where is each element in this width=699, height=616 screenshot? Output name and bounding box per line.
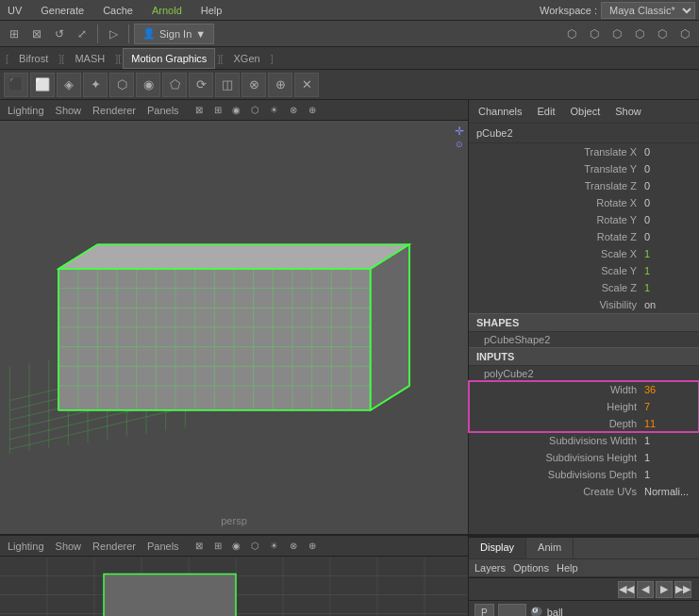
tool-render[interactable]: ⬡ <box>607 24 627 44</box>
channel-visibility[interactable]: Visibility on <box>469 296 699 313</box>
shelf-icon-3[interactable]: ◈ <box>57 73 81 97</box>
shelf-icon-8[interactable]: ⟳ <box>189 73 213 97</box>
ch-btn-edit[interactable]: Edit <box>533 104 558 119</box>
bottom-vp-show[interactable]: Show <box>52 540 86 553</box>
ch-btn-show[interactable]: Show <box>611 104 645 119</box>
poly-width-row[interactable]: Width 36 <box>469 381 699 398</box>
channel-rows: Translate X 0 Translate Y 0 Translate Z … <box>469 143 699 313</box>
vp-icon-3[interactable]: ◉ <box>228 102 245 119</box>
bvp-icon-6[interactable]: ⊗ <box>285 538 302 555</box>
channel-rotate-x[interactable]: Rotate X 0 <box>469 194 699 211</box>
bvp-icon-3[interactable]: ◉ <box>228 538 245 555</box>
ch-btn-channels[interactable]: Channels <box>474 104 525 119</box>
nav-skip-back[interactable]: ◀◀ <box>618 581 635 598</box>
display-btn-layers[interactable]: Layers <box>474 562 506 574</box>
bottom-vp-renderer[interactable]: Renderer <box>89 540 140 553</box>
nav-forward[interactable]: ▶ <box>656 581 673 598</box>
channel-rotate-y[interactable]: Rotate Y 0 <box>469 211 699 228</box>
channel-translate-y[interactable]: Translate Y 0 <box>469 160 699 177</box>
tool-move[interactable]: ⊠ <box>26 24 47 44</box>
ch-label-sz: Scale Z <box>476 282 644 293</box>
poly-depth-row[interactable]: Depth 11 <box>469 415 699 432</box>
bottom-vp-lighting[interactable]: Lighting <box>4 540 48 553</box>
ch-value-ry: 0 <box>644 214 691 225</box>
channel-scale-z[interactable]: Scale Z 1 <box>469 279 699 296</box>
display-btn-options[interactable]: Options <box>513 562 549 574</box>
channel-scale-y[interactable]: Scale Y 1 <box>469 262 699 279</box>
shelf-icon-5[interactable]: ⬡ <box>109 73 134 97</box>
shelf-icon-4[interactable]: ✦ <box>83 73 108 97</box>
menu-cache[interactable]: Cache <box>99 3 137 18</box>
vp-icon-1[interactable]: ⊠ <box>191 102 208 119</box>
workspace-dropdown[interactable]: Maya Classic* <box>601 2 695 19</box>
shelf-icon-12[interactable]: ✕ <box>294 73 319 97</box>
tool-extra2[interactable]: ⬡ <box>652 24 673 44</box>
poly-createuvs-value: Normali... <box>644 486 691 497</box>
menu-arnold[interactable]: Arnold <box>148 3 186 18</box>
tool-lights[interactable]: ⬡ <box>584 24 605 44</box>
vp-icon-4[interactable]: ⬡ <box>247 102 264 119</box>
bvp-icon-2[interactable]: ⊞ <box>209 538 226 555</box>
sign-in-button[interactable]: 👤 Sign In ▼ <box>134 24 214 44</box>
poly-subdiv-depth-row[interactable]: Subdivisions Depth 1 <box>469 466 699 483</box>
shelf-icon-2[interactable]: ⬜ <box>30 73 55 97</box>
display-btn-help[interactable]: Help <box>557 562 578 574</box>
tab-xgen[interactable]: XGen <box>225 48 269 69</box>
menu-generate[interactable]: Generate <box>37 3 88 18</box>
channel-scale-x[interactable]: Scale X 1 <box>469 245 699 262</box>
viewport-canvas[interactable]: ✛ ⊙ <box>0 121 468 534</box>
bvp-icon-1[interactable]: ⊠ <box>191 538 208 555</box>
tab-motion-graphics[interactable]: Motion Graphics <box>123 48 215 69</box>
bvp-icon-5[interactable]: ☀ <box>266 538 283 555</box>
tool-scale[interactable]: ⤢ <box>72 24 92 44</box>
shelf-icon-11[interactable]: ⊕ <box>268 73 292 97</box>
channel-translate-z[interactable]: Translate Z 0 <box>469 177 699 194</box>
vp-icon-7[interactable]: ⊕ <box>304 102 321 119</box>
bvp-icon-7[interactable]: ⊕ <box>304 538 321 555</box>
status-checkbox[interactable] <box>498 604 526 616</box>
vp-show[interactable]: Show <box>52 104 86 117</box>
tool-camera[interactable]: ⬡ <box>561 24 582 44</box>
channel-rotate-z[interactable]: Rotate Z 0 <box>469 228 699 245</box>
display-tab-anim[interactable]: Anim <box>526 538 574 558</box>
bottom-viewport: Lighting Show Renderer Panels ⊠ ⊞ ◉ ⬡ ☀ … <box>0 536 468 616</box>
vp-lighting[interactable]: Lighting <box>4 104 48 117</box>
vp-icon-6[interactable]: ⊗ <box>285 102 302 119</box>
poly-subdiv-width-row[interactable]: Subdivisions Width 1 <box>469 432 699 449</box>
nav-skip-forward[interactable]: ▶▶ <box>674 581 691 598</box>
shelf-icon-6[interactable]: ◉ <box>136 73 160 97</box>
shelf-icon-9[interactable]: ◫ <box>215 73 240 97</box>
vp-panels[interactable]: Panels <box>143 104 183 117</box>
shape-name[interactable]: pCubeShape2 <box>469 332 699 347</box>
display-anim-tabs: Display Anim <box>469 538 699 559</box>
shelf-icon-1[interactable]: ⬛ <box>4 73 28 97</box>
p-button[interactable]: P <box>474 604 494 616</box>
bottom-vp-panels[interactable]: Panels <box>143 540 183 553</box>
menu-help[interactable]: Help <box>197 3 226 18</box>
tool-rotate[interactable]: ↺ <box>49 24 70 44</box>
vp-icon-2[interactable]: ⊞ <box>209 102 226 119</box>
channel-translate-x[interactable]: Translate X 0 <box>469 143 699 160</box>
tool-extra3[interactable]: ⬡ <box>674 24 695 44</box>
tool-transform[interactable]: ⊞ <box>4 24 25 44</box>
shelf-icon-10[interactable]: ⊗ <box>241 73 266 97</box>
ch-label-tz: Translate Z <box>476 180 644 191</box>
poly-subdiv-height-row[interactable]: Subdivisions Height 1 <box>469 449 699 466</box>
ch-btn-object[interactable]: Object <box>566 104 604 119</box>
vp-renderer[interactable]: Renderer <box>89 104 140 117</box>
poly-createuvs-row[interactable]: Create UVs Normali... <box>469 483 699 500</box>
bvp-icon-4[interactable]: ⬡ <box>247 538 264 555</box>
bottom-canvas[interactable] <box>0 557 468 616</box>
vp-icon-5[interactable]: ☀ <box>266 102 283 119</box>
poly-rows: Width 36 Height 7 Depth 11 Subdivisions … <box>469 381 699 500</box>
display-tab-display[interactable]: Display <box>469 538 526 558</box>
poly-name[interactable]: polyCube2 <box>469 366 699 381</box>
tool-extra1[interactable]: ⬡ <box>629 24 650 44</box>
tool-select[interactable]: ▷ <box>103 24 124 44</box>
poly-height-row[interactable]: Height 7 <box>469 398 699 415</box>
shelf-icon-7[interactable]: ⬠ <box>162 73 187 97</box>
tab-mash[interactable]: MASH <box>66 48 113 69</box>
nav-back[interactable]: ◀ <box>637 581 654 598</box>
menu-uv[interactable]: UV <box>4 3 25 18</box>
tab-bifrost[interactable]: Bifrost <box>10 48 57 69</box>
